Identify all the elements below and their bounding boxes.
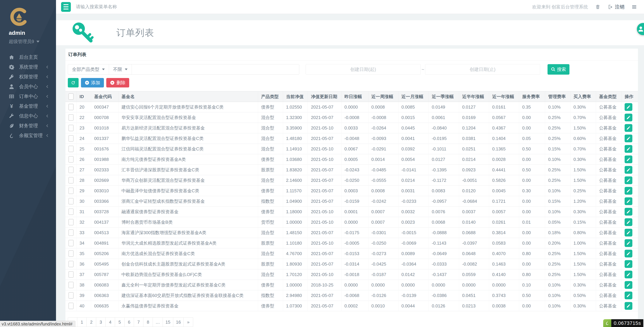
row-checkbox[interactable] (68, 135, 74, 142)
cell-chg_month: 0.0392 (398, 144, 428, 154)
sidebar-item-info[interactable]: 信息中心 (0, 111, 56, 121)
edit-button[interactable] (624, 187, 632, 195)
cell-actions (622, 175, 638, 186)
row-checkbox[interactable] (68, 240, 74, 246)
edit-button[interactable] (624, 260, 632, 268)
cell-chg_quarter: -0.1437 (428, 269, 459, 280)
table-row: 24001337鹏华弘益灵活配置混合型证券投资基金C类混合型1.48180202… (66, 133, 638, 144)
row-checkbox[interactable] (68, 167, 74, 173)
sidebar-item-yuebao[interactable]: 余额宝管理 (0, 131, 56, 140)
keyword-input[interactable] (132, 64, 299, 75)
row-checkbox[interactable] (68, 219, 74, 225)
row-checkbox[interactable] (68, 198, 74, 204)
edit-button[interactable] (624, 155, 632, 163)
menu-search-input[interactable] (76, 4, 194, 10)
row-checkbox[interactable] (68, 250, 74, 257)
cell-buy_rate: 1.50% (570, 269, 596, 280)
sidebar-item-fund[interactable]: ¥基金管理 (0, 101, 56, 111)
edit-button[interactable] (624, 145, 632, 153)
row-checkbox[interactable] (68, 229, 74, 236)
sidebar-item-finance[interactable]: 财务管理 (0, 121, 56, 131)
cell-chg_half_year: -0.0397 (459, 238, 489, 248)
pagination-page[interactable]: 7 (134, 317, 143, 327)
edit-button[interactable] (624, 176, 632, 184)
edit-button[interactable] (624, 114, 632, 121)
column-header: 近一月涨幅 (398, 91, 428, 102)
row-checkbox[interactable] (68, 188, 74, 194)
edit-button[interactable] (624, 271, 632, 278)
edit-button[interactable] (624, 239, 632, 247)
sidebar-item-label: 权限管理 (19, 74, 38, 80)
row-checkbox[interactable] (68, 282, 74, 288)
row-checkbox[interactable] (68, 146, 74, 152)
pagination-page[interactable]: 4 (106, 317, 115, 327)
row-checkbox[interactable] (68, 261, 74, 267)
edit-button[interactable] (624, 302, 632, 310)
edit-button[interactable] (624, 103, 632, 111)
delete-button[interactable]: 删除 (106, 78, 129, 88)
row-checkbox[interactable] (68, 303, 74, 309)
sidebar-item-system[interactable]: 系统管理 (0, 62, 56, 72)
logout-button[interactable]: 注销 (608, 4, 624, 10)
add-button[interactable]: 添加 (81, 78, 104, 88)
pagination-page[interactable]: 16 (173, 317, 184, 327)
pagination-page[interactable]: 3 (96, 317, 106, 327)
row-checkbox[interactable] (68, 177, 74, 183)
cell-actions (622, 301, 638, 311)
sidebar-toggle-button[interactable] (61, 2, 71, 12)
edit-button[interactable] (624, 124, 632, 132)
pencil-icon (626, 136, 631, 141)
date-end-input[interactable] (425, 64, 540, 75)
row-select-cell (66, 123, 76, 133)
server-bars-icon[interactable] (632, 4, 637, 10)
pagination-page[interactable]: 5 (115, 317, 124, 327)
refresh-button[interactable] (68, 78, 78, 88)
edit-button[interactable] (624, 208, 632, 216)
limit-select[interactable]: 不限 (109, 64, 132, 75)
pagination-page[interactable]: 15 (163, 317, 173, 327)
edit-button[interactable] (624, 166, 632, 174)
cell-nav: 2.14600 (283, 175, 308, 186)
sidebar: admin 超级管理员9 后台主页系统管理权限管理会员中心订单中心¥基金管理信息… (0, 0, 56, 327)
row-select-cell (66, 196, 76, 206)
cell-chg_half_year: 0.0214 (459, 154, 489, 165)
row-checkbox[interactable] (68, 292, 74, 299)
trash-icon[interactable] (595, 4, 600, 10)
sidebar-item-member[interactable]: 会员中心 (0, 82, 56, 92)
cell-mgmt_rate: 0.10% (545, 206, 570, 217)
content-card: 订单列表 全部产品类型 不限 ~ 搜索 (66, 49, 638, 327)
row-checkbox[interactable] (68, 208, 74, 215)
row-checkbox[interactable] (68, 125, 74, 131)
search-button[interactable]: 搜索 (548, 64, 570, 75)
row-checkbox[interactable] (68, 114, 74, 121)
row-checkbox[interactable] (68, 156, 74, 163)
pagination-page[interactable]: 8 (143, 317, 153, 327)
pagination-next[interactable]: » (184, 317, 193, 327)
row-checkbox[interactable] (68, 271, 74, 278)
edit-button[interactable] (624, 218, 632, 226)
cell-code: 003728 (91, 206, 118, 217)
cell-chg_month: -0.0233 (398, 196, 428, 206)
edit-button[interactable] (624, 197, 632, 205)
row-checkbox[interactable] (68, 104, 74, 110)
user-role-dropdown[interactable]: 超级管理员9 (0, 39, 56, 45)
edit-button[interactable] (624, 135, 632, 142)
pagination-page[interactable]: 6 (124, 317, 134, 327)
cell-product_type: 混合型 (258, 175, 283, 186)
sidebar-item-auth[interactable]: 权限管理 (0, 72, 56, 82)
sidebar-item-home[interactable]: 后台主页 (0, 52, 56, 62)
edit-button[interactable] (624, 291, 632, 299)
sidebar-item-label: 余额宝管理 (19, 132, 43, 139)
edit-button[interactable] (624, 281, 632, 289)
edit-button[interactable] (624, 229, 632, 236)
select-all-checkbox[interactable] (68, 93, 74, 100)
cell-fund_type: 公募基金 (596, 217, 622, 227)
product-type-select[interactable]: 全部产品类型 (68, 64, 109, 75)
pagination-page[interactable]: 2 (87, 317, 96, 327)
edit-button[interactable] (624, 250, 632, 257)
cell-buy_rate: 0.30% (570, 206, 596, 217)
pagination-page[interactable]: 1 (77, 317, 87, 327)
cell-buy_rate: 0.80% (570, 227, 596, 238)
date-start-input[interactable] (306, 64, 421, 75)
sidebar-item-order[interactable]: 订单中心 (0, 92, 56, 101)
